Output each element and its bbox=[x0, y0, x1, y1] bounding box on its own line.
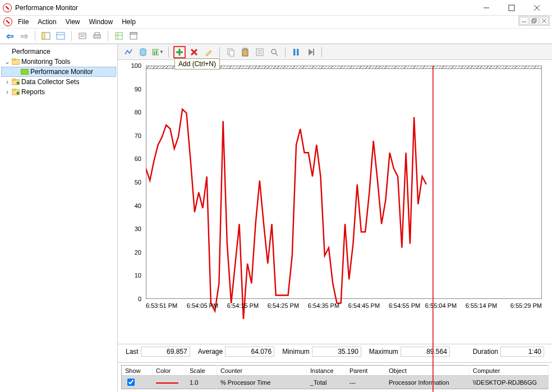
split-pane: Performance ⌄ Monitoring Tools Performan… bbox=[0, 44, 552, 391]
svg-rect-24 bbox=[12, 58, 15, 60]
update-button[interactable] bbox=[305, 46, 317, 58]
folder-icon bbox=[12, 58, 20, 65]
expand-icon[interactable]: › bbox=[4, 88, 10, 96]
back-button[interactable]: ⇦ bbox=[3, 30, 16, 42]
svg-rect-41 bbox=[243, 48, 247, 50]
dropdown-arrow-icon: ▼ bbox=[159, 49, 164, 54]
tree-root-performance[interactable]: Performance bbox=[1, 47, 116, 57]
view-current-button[interactable] bbox=[122, 46, 135, 58]
plot-region[interactable] bbox=[146, 66, 542, 299]
paste-button[interactable] bbox=[239, 46, 251, 58]
svg-rect-26 bbox=[12, 79, 15, 80]
x-axis: 6:53:51 PM6:54:05 PM6:54:15 PM6:54:25 PM… bbox=[146, 301, 542, 312]
stat-last-label: Last bbox=[126, 348, 139, 356]
delete-counter-button[interactable] bbox=[188, 46, 200, 58]
refresh-button[interactable] bbox=[113, 30, 125, 42]
chart-area: 0102030405060708090100 6:53:51 PM6:54:05… bbox=[118, 60, 552, 344]
mdi-close-button[interactable] bbox=[540, 17, 549, 25]
svg-rect-40 bbox=[242, 49, 248, 56]
svg-point-27 bbox=[17, 82, 20, 85]
menu-help[interactable]: Help bbox=[122, 18, 136, 26]
copy-button[interactable] bbox=[224, 46, 237, 58]
tree-label: Data Collector Sets bbox=[21, 78, 79, 86]
svg-point-30 bbox=[17, 92, 20, 95]
tree-reports[interactable]: › Reports bbox=[1, 87, 116, 97]
chart[interactable]: 0102030405060708090100 6:53:51 PM6:54:05… bbox=[126, 66, 544, 312]
add-counter-button[interactable]: Add (Ctrl+N) bbox=[173, 46, 186, 58]
app-icon bbox=[3, 3, 12, 12]
view-log-button[interactable] bbox=[137, 46, 149, 58]
tree-data-collector-sets[interactable]: › Data Collector Sets bbox=[1, 77, 116, 87]
y-axis: 0102030405060708090100 bbox=[126, 66, 144, 299]
expand-icon[interactable]: › bbox=[4, 78, 10, 86]
svg-rect-22 bbox=[130, 33, 137, 34]
svg-rect-5 bbox=[532, 20, 535, 23]
separator bbox=[219, 47, 220, 57]
toolbar-extra-button[interactable] bbox=[127, 30, 140, 42]
plot-svg bbox=[146, 66, 542, 392]
separator bbox=[35, 31, 35, 41]
menu-view[interactable]: View bbox=[66, 18, 80, 26]
separator bbox=[71, 31, 72, 41]
svg-rect-49 bbox=[297, 49, 299, 56]
properties-button[interactable] bbox=[54, 30, 67, 42]
svg-rect-17 bbox=[95, 33, 99, 35]
svg-rect-39 bbox=[229, 50, 234, 56]
tree-label: Reports bbox=[21, 88, 45, 96]
app-icon-small bbox=[3, 17, 12, 26]
separator bbox=[321, 47, 322, 57]
svg-line-47 bbox=[275, 53, 278, 56]
tree-monitoring-tools[interactable]: ⌄ Monitoring Tools bbox=[1, 57, 116, 67]
svg-rect-1 bbox=[509, 5, 514, 11]
show-checkbox[interactable] bbox=[127, 379, 135, 386]
perfmon-toolbar: ▼ Add (Ctrl+N) bbox=[118, 44, 552, 60]
svg-rect-31 bbox=[153, 49, 159, 55]
highlight-button[interactable] bbox=[203, 46, 215, 58]
title-bar: Performance Monitor bbox=[0, 0, 552, 16]
tree-label: Performance Monitor bbox=[30, 68, 93, 76]
zoom-button[interactable] bbox=[268, 46, 280, 58]
collapse-icon[interactable]: ⌄ bbox=[4, 58, 10, 66]
menu-file[interactable]: File bbox=[18, 18, 29, 26]
svg-rect-29 bbox=[12, 89, 15, 90]
menu-window[interactable]: Window bbox=[89, 18, 113, 26]
svg-rect-10 bbox=[42, 33, 45, 39]
folder-icon bbox=[12, 89, 20, 95]
menu-bar: File Action View Window Help bbox=[0, 16, 552, 28]
folder-icon bbox=[12, 79, 20, 85]
chart-type-button[interactable]: ▼ bbox=[151, 46, 164, 58]
freeze-button[interactable] bbox=[290, 46, 302, 58]
perfmon-icon bbox=[21, 69, 29, 75]
print-button[interactable] bbox=[91, 30, 103, 42]
forward-button[interactable]: ⇨ bbox=[18, 30, 30, 42]
svg-rect-18 bbox=[116, 33, 122, 39]
svg-rect-48 bbox=[293, 49, 296, 56]
mmc-toolbar: ⇦ ⇨ bbox=[0, 28, 552, 44]
separator bbox=[108, 31, 108, 41]
close-button[interactable] bbox=[524, 0, 549, 16]
performance-icon bbox=[2, 48, 10, 56]
svg-rect-6 bbox=[533, 19, 536, 22]
tree-performance-monitor[interactable]: Performance Monitor bbox=[1, 67, 116, 77]
tree-label: Monitoring Tools bbox=[21, 58, 70, 66]
nav-tree: Performance ⌄ Monitoring Tools Performan… bbox=[0, 44, 118, 391]
show-hide-tree-button[interactable] bbox=[40, 30, 52, 42]
right-pane: ▼ Add (Ctrl+N) 0102030405060708090100 bbox=[118, 44, 552, 391]
export-button[interactable] bbox=[76, 30, 89, 42]
properties-chart-button[interactable] bbox=[254, 46, 266, 58]
separator bbox=[285, 47, 286, 57]
menu-action[interactable]: Action bbox=[38, 18, 56, 26]
svg-rect-11 bbox=[57, 33, 65, 39]
svg-rect-13 bbox=[79, 33, 86, 39]
separator bbox=[168, 47, 169, 57]
svg-rect-33 bbox=[156, 50, 157, 54]
svg-rect-16 bbox=[94, 35, 100, 38]
minimize-button[interactable] bbox=[473, 0, 499, 16]
mdi-minimize-button[interactable] bbox=[519, 17, 528, 25]
maximize-button[interactable] bbox=[499, 0, 524, 16]
mdi-restore-button[interactable] bbox=[530, 17, 539, 25]
svg-point-46 bbox=[272, 49, 276, 54]
tree-label: Performance bbox=[12, 48, 50, 56]
svg-rect-32 bbox=[154, 52, 155, 54]
tooltip-add: Add (Ctrl+N) bbox=[174, 58, 220, 70]
